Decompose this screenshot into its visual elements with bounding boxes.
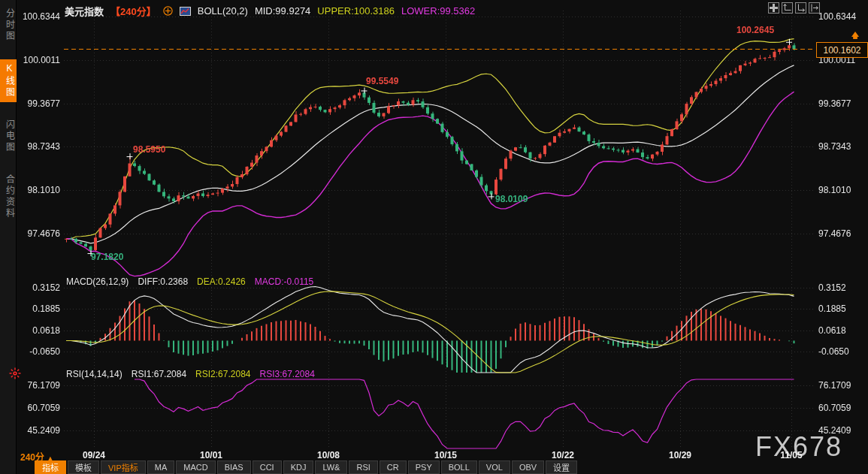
rsi2-value: RSI2:67.2084 xyxy=(195,369,250,379)
price-tick-label: 98.7343 xyxy=(818,141,866,152)
extreme-price-annotation: 97.1820 xyxy=(91,252,123,262)
mini-chart-icon[interactable] xyxy=(180,7,191,16)
current-price-value: 100.1602 xyxy=(823,45,860,56)
extreme-price-annotation: 98.0109 xyxy=(495,194,528,204)
trading-app-window: 分时图K线图闪电图合约资料 美元指数 【240分】 BOLL(20,2) MID… xyxy=(0,0,868,474)
price-tick-label: 98.7343 xyxy=(14,141,60,152)
toolbar-button-LW&[interactable]: LW& xyxy=(315,460,347,474)
boll-lower-value: LOWER:99.5362 xyxy=(401,5,475,17)
sidebar-tab-3[interactable]: 合约资料 xyxy=(0,171,17,223)
date-label: 10/29 xyxy=(669,450,691,460)
period-label: 【240分】 xyxy=(110,4,156,18)
macd-tick-label: 0.0618 xyxy=(818,325,866,336)
toolbar-button-设置[interactable]: 设置 xyxy=(546,460,577,474)
price-tick-label: 100.6344 xyxy=(14,11,60,22)
macd-tick-label: 0.1885 xyxy=(14,303,60,314)
rsi-label: RSI(14,14,14) xyxy=(66,369,122,379)
boll-mid-value: MID:99.9274 xyxy=(255,5,310,17)
date-label: 09/24 xyxy=(83,450,105,460)
toolbar-button-PSY[interactable]: PSY xyxy=(408,460,440,474)
date-axis: 09/2410/0110/0810/1510/2210/2911/05 xyxy=(0,448,868,461)
price-up-arrow-icon xyxy=(851,32,859,37)
live-indicator-icon xyxy=(9,367,21,379)
extreme-price-annotation: 100.2645 xyxy=(736,25,774,35)
chart-canvas[interactable] xyxy=(0,0,868,474)
date-label: 10/01 xyxy=(200,450,222,460)
chart-header: 美元指数 【240分】 BOLL(20,2) MID:99.9274 UPPER… xyxy=(65,4,475,18)
macd-header: MACD(26,12,9) DIFF:0.2368 DEA:0.2426 MAC… xyxy=(66,276,313,287)
sidebar-tab-2[interactable]: 闪电图 xyxy=(0,116,17,157)
rsi-tick-label: 60.7059 xyxy=(14,403,60,413)
sidebar-tab-1[interactable]: K线图 xyxy=(0,59,17,102)
current-price-tag: 100.1602 xyxy=(816,42,868,58)
price-tick-label: 99.3677 xyxy=(818,98,866,109)
toolbar-button-MA[interactable]: MA xyxy=(147,460,175,474)
date-label: 10/22 xyxy=(552,450,574,460)
rsi-tick-label: 45.2409 xyxy=(818,425,866,436)
macd-tick-label: -0.0650 xyxy=(818,346,866,357)
date-label: 10/15 xyxy=(434,450,457,460)
toolbar-button-BIAS[interactable]: BIAS xyxy=(217,460,251,474)
toolbar-button-模板[interactable]: 模板 xyxy=(68,460,99,474)
indicator-toolbar: 指标模板VIP指标MAMACDBIASCCIKDJLW&RSICRPSYBOLL… xyxy=(35,460,577,474)
toolbar-button-CR[interactable]: CR xyxy=(380,460,407,474)
sidebar-tab-0[interactable]: 分时图 xyxy=(0,5,17,46)
toolbar-button-指标[interactable]: 指标 xyxy=(35,460,66,474)
price-tick-label: 97.4676 xyxy=(818,228,866,239)
macd-diff-value: DIFF:0.2368 xyxy=(138,276,188,287)
zoom-vertical-icon[interactable] xyxy=(782,2,793,14)
toolbar-button-OBV[interactable]: OBV xyxy=(512,460,544,474)
macd-tick-label: 0.3152 xyxy=(818,282,866,293)
left-sidebar: 分时图K线图闪电图合约资料 xyxy=(0,0,17,474)
extreme-price-annotation: 99.5549 xyxy=(366,76,398,86)
macd-label: MACD(26,12,9) xyxy=(66,276,129,287)
macd-tick-label: 0.1885 xyxy=(818,303,866,314)
macd-tick-label: 0.0618 xyxy=(14,325,60,336)
macd-tick-label: -0.0650 xyxy=(14,346,60,357)
macd-macd-value: MACD:-0.0115 xyxy=(255,276,313,287)
rsi1-value: RSI1:67.2084 xyxy=(132,369,186,379)
macd-dea-value: DEA:0.2426 xyxy=(197,276,246,287)
pan-icon[interactable] xyxy=(768,2,779,14)
toolbar-button-CCI[interactable]: CCI xyxy=(253,460,282,474)
price-tick-label: 100.0011 xyxy=(14,55,60,65)
toolbar-button-RSI[interactable]: RSI xyxy=(349,460,377,474)
price-tick-label: 98.1010 xyxy=(14,185,60,195)
chart-tool-icons xyxy=(768,2,820,14)
toolbar-button-VOL[interactable]: VOL xyxy=(479,460,510,474)
price-tick-label: 99.3677 xyxy=(14,98,60,109)
price-tick-label: 100.6344 xyxy=(818,11,866,22)
date-label: 11/05 xyxy=(780,450,802,460)
boll-upper-value: UPPER:100.3186 xyxy=(317,5,395,17)
toolbar-button-MACD[interactable]: MACD xyxy=(176,460,215,474)
rsi-tick-label: 60.7059 xyxy=(818,403,866,413)
price-tick-label: 98.1010 xyxy=(818,185,866,195)
toolbar-button-KDJ[interactable]: KDJ xyxy=(283,460,314,474)
shift-right-icon[interactable] xyxy=(809,2,820,14)
date-label: 10/08 xyxy=(317,450,340,460)
instrument-name: 美元指数 xyxy=(65,4,104,18)
rsi3-value: RSI3:67.2084 xyxy=(260,369,315,379)
toolbar-button-BOLL[interactable]: BOLL xyxy=(441,460,477,474)
rsi-tick-label: 76.1709 xyxy=(818,380,866,391)
boll-label: BOLL(20,2) xyxy=(198,5,248,17)
price-tick-label: 97.4676 xyxy=(14,228,60,239)
zoom-horizontal-icon[interactable] xyxy=(795,2,806,14)
macd-tick-label: 0.3152 xyxy=(14,282,60,293)
toolbar-button-VIP指标[interactable]: VIP指标 xyxy=(101,460,146,474)
price-up-arrow-base xyxy=(853,37,857,39)
rsi-header: RSI(14,14,14) RSI1:67.2084 RSI2:67.2084 … xyxy=(66,369,315,379)
circle-plus-icon[interactable] xyxy=(163,6,173,16)
rsi-tick-label: 76.1709 xyxy=(14,380,60,391)
extreme-price-annotation: 98.5950 xyxy=(133,144,165,155)
rsi-tick-label: 45.2409 xyxy=(14,425,60,436)
